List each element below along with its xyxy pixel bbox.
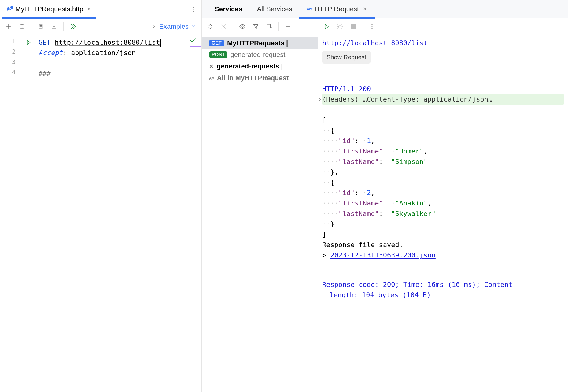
separator: ### bbox=[39, 70, 51, 77]
services-tab-bar: Services All Services A℗ HTTP Request × bbox=[202, 0, 568, 18]
list-item-label: All in MyHTTPRequest bbox=[217, 74, 289, 82]
more-actions-icon[interactable] bbox=[367, 21, 378, 32]
filter-icon[interactable] bbox=[250, 21, 261, 32]
file-tab-label: MyHTTPRequests.http bbox=[15, 5, 83, 13]
line-number: 2 bbox=[0, 48, 21, 58]
line-number: 1 bbox=[0, 37, 21, 48]
list-item-label: generated-requests | bbox=[217, 62, 283, 70]
http-status-line: HTTP/1.1 200 bbox=[322, 84, 371, 94]
tab-overflow-menu[interactable] bbox=[188, 4, 199, 15]
tab-active-indicator bbox=[2, 17, 96, 19]
toolbar-separator bbox=[278, 22, 279, 31]
stop-icon[interactable] bbox=[348, 21, 359, 32]
tab-services[interactable]: Services bbox=[207, 0, 250, 18]
list-item[interactable]: GET MyHTTPRequests | bbox=[202, 37, 318, 49]
run-line-icon[interactable] bbox=[21, 37, 35, 48]
run-gutter bbox=[21, 35, 35, 392]
editor-pane: A℗ MyHTTPRequests.http × bbox=[0, 0, 202, 392]
list-item-label: MyHTTPRequests | bbox=[227, 39, 288, 47]
new-query-icon[interactable] bbox=[264, 21, 275, 32]
services-list-toolbar bbox=[202, 18, 318, 35]
request-url: http://localhost:8080/list bbox=[322, 39, 427, 47]
svg-point-1 bbox=[193, 9, 194, 9]
add-icon[interactable] bbox=[282, 21, 293, 32]
http-request-icon: A℗ bbox=[307, 7, 312, 11]
response-headers[interactable]: › (Headers) …Content-Type: application/j… bbox=[322, 94, 564, 105]
json-response-body: [··{····"id": ·1,····"firstName": ·"Home… bbox=[322, 115, 564, 240]
tab-label: HTTP Request bbox=[315, 5, 359, 13]
header-value: application/json bbox=[71, 49, 136, 57]
toolbar-separator bbox=[233, 22, 233, 31]
line-number: 3 bbox=[0, 58, 21, 68]
history-icon[interactable] bbox=[17, 21, 28, 32]
file-tab[interactable]: A℗ MyHTTPRequests.http × bbox=[2, 0, 96, 18]
chevron-right-icon bbox=[152, 23, 157, 31]
svg-point-8 bbox=[372, 24, 373, 25]
text-cursor bbox=[160, 39, 161, 47]
import-icon[interactable] bbox=[49, 21, 60, 32]
collapse-icon[interactable] bbox=[218, 21, 229, 32]
expand-collapse-icon[interactable] bbox=[205, 21, 216, 32]
tab-all-services[interactable]: All Services bbox=[250, 0, 300, 18]
examples-dropdown[interactable]: Examples bbox=[152, 23, 198, 31]
svg-point-10 bbox=[372, 28, 373, 29]
editor-area[interactable]: 1 2 3 4 GET http://localhost:8080/list A… bbox=[0, 35, 201, 392]
close-tab-icon[interactable]: × bbox=[87, 6, 92, 13]
debug-icon[interactable] bbox=[334, 21, 345, 32]
response-file-link[interactable]: 2023-12-13T130639.200.json bbox=[330, 251, 436, 259]
list-item-label: generated-request bbox=[231, 51, 286, 59]
http-url[interactable]: http://localhost:8080/list bbox=[55, 39, 160, 46]
show-request-button[interactable]: Show Request bbox=[322, 51, 371, 64]
method-badge-get: GET bbox=[209, 40, 224, 46]
svg-point-5 bbox=[242, 26, 243, 28]
tab-http-request[interactable]: A℗ HTTP Request × bbox=[299, 0, 375, 18]
toolbar-separator bbox=[82, 22, 82, 31]
scratch-file-icon[interactable] bbox=[35, 21, 46, 32]
header-name: Accept bbox=[39, 49, 63, 57]
http-file-icon: A℗ bbox=[7, 6, 12, 12]
response-meta: length: 104 bytes (104 B) bbox=[322, 290, 431, 300]
toolbar-separator bbox=[363, 22, 363, 31]
response-detail: http://localhost:8080/list Show Request … bbox=[318, 18, 568, 392]
response-saved-label: Response file saved. bbox=[322, 240, 564, 250]
http-file-icon: A℗ bbox=[209, 76, 214, 80]
editor-tab-bar: A℗ MyHTTPRequests.http × bbox=[0, 0, 201, 18]
add-request-icon[interactable] bbox=[3, 21, 14, 32]
toolbar-separator bbox=[63, 22, 64, 31]
list-item[interactable]: A℗ All in MyHTTPRequest bbox=[202, 72, 318, 84]
tab-label: Services bbox=[215, 5, 242, 13]
request-history-list: GET MyHTTPRequests | POST generated-requ… bbox=[202, 35, 318, 84]
view-icon[interactable] bbox=[237, 21, 248, 32]
method-badge-post: POST bbox=[209, 51, 227, 58]
inspection-ok-icon[interactable] bbox=[189, 37, 197, 47]
list-item[interactable]: ✕ generated-requests | bbox=[202, 61, 318, 72]
line-number-gutter: 1 2 3 4 bbox=[0, 35, 21, 392]
tab-active-indicator bbox=[299, 17, 375, 19]
failed-icon: ✕ bbox=[209, 63, 214, 70]
chevron-down-icon bbox=[191, 23, 196, 31]
run-all-icon[interactable] bbox=[67, 21, 78, 32]
line-number: 4 bbox=[0, 68, 21, 79]
svg-point-2 bbox=[193, 10, 194, 11]
response-body[interactable]: http://localhost:8080/list Show Request … bbox=[318, 35, 568, 392]
svg-point-0 bbox=[193, 7, 194, 8]
services-content: GET MyHTTPRequests | POST generated-requ… bbox=[202, 18, 568, 392]
rerun-icon[interactable] bbox=[321, 21, 332, 32]
editor-text[interactable]: GET http://localhost:8080/list Accept: a… bbox=[35, 35, 201, 392]
response-toolbar bbox=[318, 18, 568, 35]
http-method: GET bbox=[39, 39, 51, 46]
toolbar-separator bbox=[31, 22, 31, 31]
svg-point-9 bbox=[372, 26, 373, 27]
chevron-right-icon[interactable]: › bbox=[318, 94, 322, 105]
services-pane: Services All Services A℗ HTTP Request × bbox=[202, 0, 568, 392]
svg-point-7 bbox=[338, 25, 341, 28]
close-tab-icon[interactable]: × bbox=[362, 6, 367, 13]
editor-toolbar: Examples bbox=[0, 18, 201, 35]
list-item[interactable]: POST generated-request bbox=[202, 49, 318, 61]
response-meta: Response code: 200; Time: 16ms (16 ms); … bbox=[322, 279, 513, 290]
tab-label: All Services bbox=[257, 5, 292, 13]
examples-label: Examples bbox=[159, 23, 189, 31]
